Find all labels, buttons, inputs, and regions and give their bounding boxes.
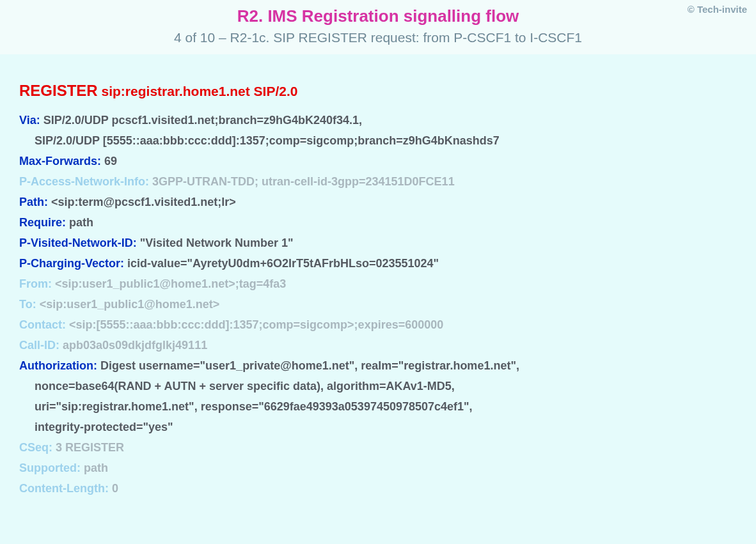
contact-value: <sip:[5555::aaa:bbb:ccc:ddd]:1357;comp=s… bbox=[69, 318, 443, 331]
pvni-value: "Visited Network Number 1" bbox=[140, 237, 294, 249]
cseq-label: CSeq bbox=[19, 441, 49, 454]
path-value: <sip:term@pcscf1.visited1.net;lr> bbox=[51, 196, 236, 208]
sip-message-body: REGISTER sip:registrar.home1.net SIP/2.0… bbox=[0, 54, 756, 511]
sip-request-uri: sip:registrar.home1.net SIP/2.0 bbox=[102, 84, 298, 98]
header-authorization-line1: Authorization: Digest username="user1_pr… bbox=[19, 355, 737, 376]
header-block: © Tech-invite R2. IMS Registration signa… bbox=[0, 0, 756, 54]
to-label: To bbox=[19, 298, 33, 311]
content-length-label: Content-Length bbox=[19, 482, 105, 495]
from-value: <sip:user1_public1@home1.net>;tag=4fa3 bbox=[55, 277, 286, 290]
content-length-value: 0 bbox=[112, 482, 118, 495]
header-supported: Supported: path bbox=[19, 458, 737, 478]
sip-method: REGISTER bbox=[19, 82, 98, 99]
callid-label: Call-ID bbox=[19, 339, 56, 352]
path-label: Path bbox=[19, 196, 44, 208]
to-value: <sip:user1_public1@home1.net> bbox=[40, 298, 220, 311]
header-path: Path: <sip:term@pcscf1.visited1.net;lr> bbox=[19, 192, 737, 212]
page-subtitle: 4 of 10 – R2-1c. SIP REGISTER request: f… bbox=[0, 30, 756, 45]
auth-label: Authorization bbox=[19, 359, 93, 372]
header-max-forwards: Max-Forwards: 69 bbox=[19, 151, 737, 171]
header-via-line1: Via: SIP/2.0/UDP pcscf1.visited1.net;bra… bbox=[19, 110, 737, 130]
header-call-id: Call-ID: apb03a0s09dkjdfglkj49111 bbox=[19, 335, 737, 355]
header-p-access-network-info: P-Access-Network-Info: 3GPP-UTRAN-TDD; u… bbox=[19, 171, 737, 192]
via-value-1: SIP/2.0/UDP pcscf1.visited1.net;branch=z… bbox=[43, 114, 362, 127]
pvni-label: P-Visited-Network-ID bbox=[19, 237, 133, 249]
header-authorization-line4: integrity-protected="yes" bbox=[19, 417, 737, 437]
contact-label: Contact bbox=[19, 318, 62, 331]
auth-value-1: Digest username="user1_private@home1.net… bbox=[100, 359, 519, 372]
require-label: Require bbox=[19, 216, 62, 229]
header-via-line2: SIP/2.0/UDP [5555::aaa:bbb:ccc:ddd]:1357… bbox=[19, 130, 737, 151]
supported-value: path bbox=[84, 462, 108, 474]
callid-value: apb03a0s09dkjdfglkj49111 bbox=[63, 339, 207, 352]
header-contact: Contact: <sip:[5555::aaa:bbb:ccc:ddd]:13… bbox=[19, 315, 737, 335]
header-authorization-line2: nonce=base64(RAND + AUTN + server specif… bbox=[19, 376, 737, 396]
header-authorization-line3: uri="sip:registrar.home1.net", response=… bbox=[19, 396, 737, 417]
max-forwards-value: 69 bbox=[104, 155, 117, 167]
header-require: Require: path bbox=[19, 212, 737, 233]
cseq-value: 3 REGISTER bbox=[56, 441, 124, 454]
supported-label: Supported bbox=[19, 462, 77, 474]
page-title: R2. IMS Registration signalling flow bbox=[0, 6, 756, 26]
document-page: © Tech-invite R2. IMS Registration signa… bbox=[0, 0, 756, 544]
pcv-value: icid-value="AyretyU0dm+6O2IrT5tAFrbHLso=… bbox=[127, 257, 439, 270]
require-value: path bbox=[69, 216, 93, 229]
header-p-charging-vector: P-Charging-Vector: icid-value="AyretyU0d… bbox=[19, 253, 737, 274]
from-label: From bbox=[19, 277, 48, 290]
header-cseq: CSeq: 3 REGISTER bbox=[19, 437, 737, 458]
copyright-label: © Tech-invite bbox=[688, 4, 747, 15]
pani-label: P-Access-Network-Info bbox=[19, 175, 145, 188]
header-from: From: <sip:user1_public1@home1.net>;tag=… bbox=[19, 274, 737, 294]
header-p-visited-network-id: P-Visited-Network-ID: "Visited Network N… bbox=[19, 233, 737, 253]
request-line: REGISTER sip:registrar.home1.net SIP/2.0 bbox=[19, 77, 737, 105]
header-to: To: <sip:user1_public1@home1.net> bbox=[19, 294, 737, 315]
max-forwards-label: Max-Forwards bbox=[19, 155, 97, 167]
pcv-label: P-Charging-Vector bbox=[19, 257, 120, 270]
via-label: Via bbox=[19, 114, 36, 127]
pani-value: 3GPP-UTRAN-TDD; utran-cell-id-3gpp=23415… bbox=[152, 175, 455, 188]
header-content-length: Content-Length: 0 bbox=[19, 478, 737, 499]
